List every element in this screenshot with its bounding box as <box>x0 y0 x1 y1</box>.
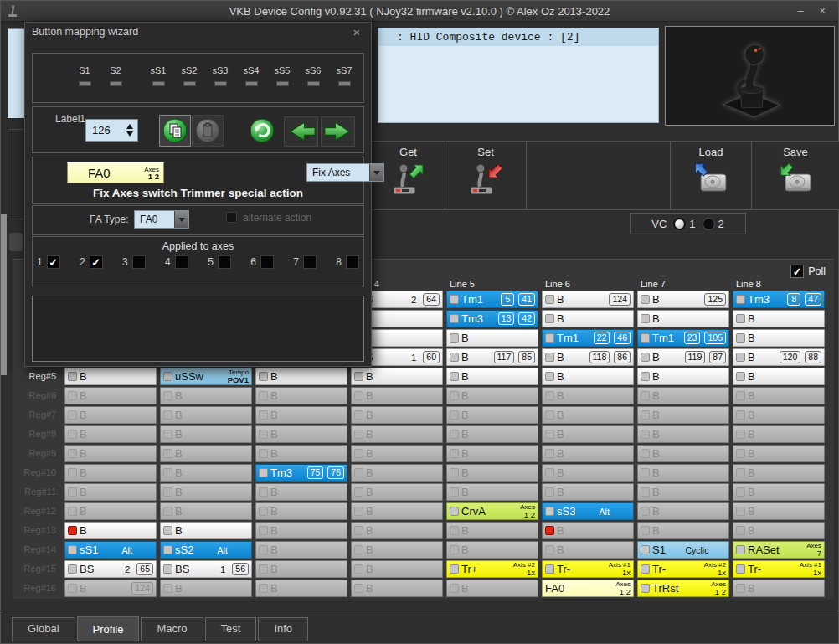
mapping-cell[interactable]: B <box>160 425 252 443</box>
mapping-cell[interactable]: B <box>542 406 634 424</box>
mapping-cell[interactable]: B <box>637 425 729 443</box>
button-number-spinner[interactable]: 126 <box>85 119 138 142</box>
mapping-cell[interactable]: sS2Alt <box>160 541 252 559</box>
spin-down-icon[interactable] <box>126 131 133 137</box>
mapping-cell[interactable]: B <box>255 425 347 443</box>
mapping-cell[interactable]: B <box>351 464 443 482</box>
mapping-cell[interactable]: B <box>733 387 825 404</box>
save-button[interactable]: Save <box>752 142 839 209</box>
mapping-cell[interactable]: FA0Axes1 2 <box>542 580 634 597</box>
mapping-cell[interactable]: B <box>637 368 729 385</box>
mapping-cell[interactable]: Tm1541 <box>446 291 538 308</box>
mapping-cell[interactable]: B <box>351 445 443 462</box>
mapping-cell[interactable]: B <box>446 541 538 559</box>
mapping-cell[interactable]: S1Cyclic <box>637 541 729 559</box>
mapping-cell[interactable]: B <box>733 425 825 443</box>
action-mode-select[interactable]: Fix Axes <box>306 163 384 182</box>
mapping-cell[interactable]: B <box>64 368 157 385</box>
mapping-cell[interactable]: B <box>351 541 443 559</box>
mapping-cell[interactable]: B <box>733 502 825 520</box>
mapping-cell[interactable]: B <box>542 310 634 327</box>
mapping-cell[interactable]: B <box>255 483 347 501</box>
mapping-cell[interactable]: B <box>255 580 347 597</box>
mapping-cell[interactable]: B11785 <box>446 348 538 366</box>
axis-checkbox-item-4[interactable]: 4 <box>165 255 188 269</box>
mapping-cell[interactable]: B <box>160 387 252 404</box>
mapping-cell[interactable]: B <box>64 522 157 539</box>
mapping-cell[interactable]: B <box>637 387 729 404</box>
mapping-cell[interactable]: B <box>733 464 825 482</box>
vc-option-2[interactable]: 2 <box>703 218 724 230</box>
mapping-cell[interactable]: B <box>446 406 538 424</box>
mapping-cell[interactable]: B <box>637 310 729 327</box>
mapping-cell[interactable]: B <box>446 522 538 539</box>
mapping-cell[interactable]: B <box>542 387 634 404</box>
poll-toggle[interactable]: ✓ Poll <box>790 265 826 278</box>
mapping-cell[interactable]: B <box>64 406 157 424</box>
alternate-action-checkbox[interactable] <box>226 212 237 223</box>
mapping-cell[interactable]: B <box>255 541 347 559</box>
mapping-cell[interactable]: B <box>542 445 634 462</box>
mapping-cell[interactable]: Tm31342 <box>446 310 538 327</box>
mapping-cell[interactable]: B <box>733 310 825 327</box>
spin-up-icon[interactable] <box>126 124 133 129</box>
mapping-cell[interactable]: B <box>733 580 825 597</box>
mapping-cell[interactable]: B <box>64 425 157 443</box>
mapping-cell[interactable]: B <box>542 483 634 501</box>
mapping-cell[interactable]: B <box>446 464 538 482</box>
mapping-cell[interactable]: B <box>351 368 443 385</box>
mapping-cell[interactable]: TrRstAxes1 2 <box>637 580 729 597</box>
mapping-cell[interactable]: B <box>255 368 347 385</box>
mapping-cell[interactable]: B <box>351 502 443 520</box>
mapping-cell[interactable]: B <box>160 580 252 597</box>
axis-checkbox[interactable] <box>346 255 359 269</box>
mapping-cell[interactable]: uSSwTempoPOV1 <box>160 368 252 385</box>
mapping-cell[interactable]: B <box>733 329 825 347</box>
mapping-cell[interactable]: B <box>446 580 538 597</box>
mapping-cell[interactable]: B <box>64 483 157 501</box>
mapping-cell[interactable]: B <box>733 406 825 424</box>
device-list[interactable]: : HID Composite device : [2] <box>378 28 659 123</box>
mapping-cell[interactable]: Tm37576 <box>255 464 347 482</box>
mapping-cell[interactable]: B <box>637 406 729 424</box>
mapping-cell[interactable]: B <box>542 541 634 559</box>
axis-checkbox[interactable] <box>303 255 317 269</box>
mapping-cell[interactable]: B11886 <box>542 348 634 366</box>
mapping-cell[interactable]: B124 <box>64 580 157 597</box>
mapping-cell[interactable]: B <box>64 445 157 462</box>
mapping-cell[interactable]: Tm12246 <box>542 329 634 347</box>
mapping-cell[interactable]: sS1Alt <box>64 541 157 559</box>
mapping-cell[interactable]: B <box>351 387 443 404</box>
mapping-cell[interactable]: B <box>351 406 443 424</box>
mapping-cell[interactable]: B <box>542 464 634 482</box>
mapping-cell[interactable]: B <box>351 425 443 443</box>
mapping-cell[interactable]: B <box>64 387 157 404</box>
axis-checkbox-item-6[interactable]: 6 <box>250 255 274 269</box>
mapping-cell[interactable]: Tm123105 <box>637 329 729 347</box>
mapping-cell[interactable]: B <box>637 483 729 501</box>
mapping-cell[interactable]: B125 <box>637 291 729 308</box>
mapping-cell[interactable]: B <box>255 445 347 462</box>
axis-checkbox[interactable] <box>218 255 231 269</box>
mapping-cell[interactable]: B <box>351 483 443 501</box>
vc-option-1[interactable]: 1 <box>673 218 695 230</box>
mapping-cell[interactable]: B <box>255 387 347 404</box>
fa-type-select[interactable]: FA0 <box>134 210 189 229</box>
tab-macro[interactable]: Macro <box>141 617 203 641</box>
paste-button-disabled[interactable] <box>192 115 224 147</box>
mapping-cell[interactable]: Tm3847 <box>733 291 825 308</box>
mapping-cell[interactable]: B <box>64 502 157 520</box>
mapping-cell[interactable]: B <box>446 483 538 501</box>
axis-checkbox[interactable] <box>175 255 188 269</box>
fa0-preview-button[interactable]: FA0 Axes 1 2 <box>67 162 164 183</box>
mapping-cell[interactable]: B <box>733 522 825 539</box>
mapping-cell[interactable]: B <box>160 502 252 520</box>
mapping-cell[interactable]: B <box>160 445 252 462</box>
mapping-cell[interactable]: BS156 <box>160 560 252 578</box>
axis-checkbox-item-7[interactable]: 7 <box>293 255 317 269</box>
close-button[interactable]: × <box>813 4 831 18</box>
copy-button[interactable] <box>159 115 191 147</box>
mapping-cell[interactable]: B <box>160 483 252 501</box>
mapping-cell[interactable]: B <box>351 522 443 539</box>
mapping-cell[interactable]: B <box>160 464 252 482</box>
